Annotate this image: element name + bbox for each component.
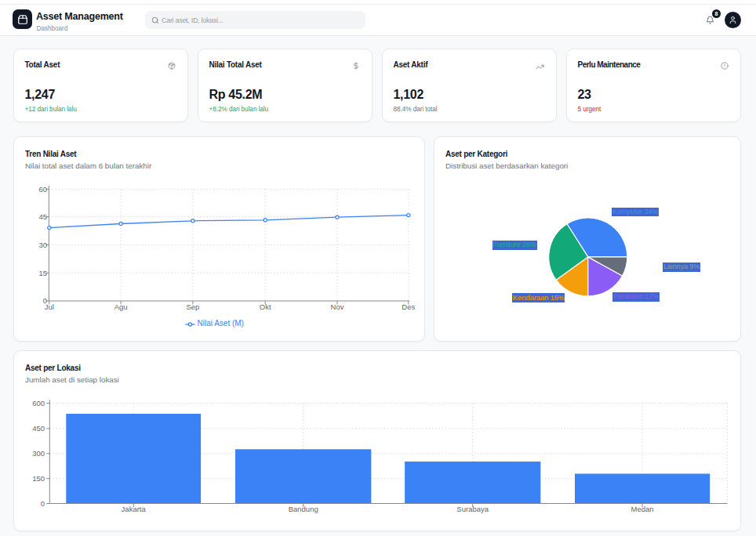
svg-text:Nov: Nov: [331, 302, 344, 311]
svg-text:150: 150: [32, 474, 45, 483]
svg-text:600: 600: [32, 399, 45, 407]
svg-text:Surabaya: Surabaya: [456, 505, 489, 513]
svg-text:Bandung: Bandung: [289, 505, 318, 513]
svg-text:Medan: Medan: [631, 505, 654, 513]
svg-text:Sep: Sep: [186, 302, 199, 311]
svg-text:30: 30: [38, 241, 47, 249]
svg-text:Des: Des: [402, 302, 415, 311]
svg-text:Nilai Aset (M): Nilai Aset (M): [198, 319, 244, 328]
svg-text:300: 300: [32, 449, 45, 458]
svg-text:15: 15: [38, 269, 47, 277]
svg-text:Jul: Jul: [45, 302, 54, 311]
svg-text:45: 45: [38, 212, 47, 221]
svg-text:Jakarta: Jakarta: [122, 505, 147, 513]
svg-text:60: 60: [38, 185, 47, 194]
svg-text:0: 0: [41, 499, 45, 508]
svg-text:Agu: Agu: [114, 302, 128, 311]
svg-text:450: 450: [32, 424, 45, 433]
svg-text:Okt: Okt: [260, 302, 271, 311]
